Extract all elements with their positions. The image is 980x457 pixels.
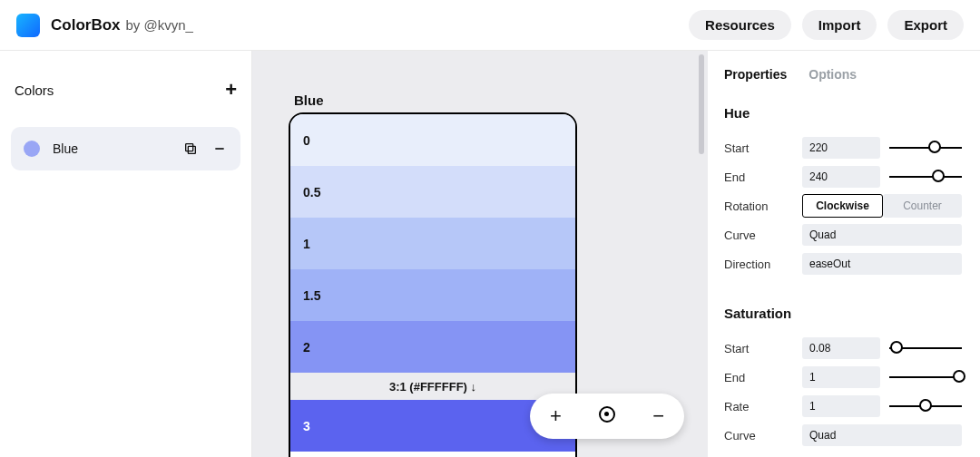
hue-curve-select[interactable]: Quad <box>802 224 962 246</box>
palette-step[interactable]: 2 <box>290 321 575 373</box>
tab-properties[interactable]: Properties <box>724 67 787 82</box>
sat-start-slider[interactable] <box>889 337 962 359</box>
import-button[interactable]: Import <box>802 10 877 40</box>
palette-step[interactable]: 1 <box>290 218 575 269</box>
app-author: by @kvyn_ <box>126 17 193 33</box>
sat-curve-select[interactable]: Quad <box>802 424 962 446</box>
sat-end-label: End <box>724 371 802 384</box>
remove-icon[interactable] <box>211 141 228 157</box>
add-color-button[interactable]: + <box>225 80 237 100</box>
hue-start-label: Start <box>724 141 802 155</box>
hue-end-input[interactable]: 240 <box>802 166 880 188</box>
hue-rotation-label: Rotation <box>724 199 802 213</box>
rotation-cw-button[interactable]: Clockwise <box>802 194 883 218</box>
app-header: ColorBox by @kvyn_ Resources Import Expo… <box>0 0 980 51</box>
resources-button[interactable]: Resources <box>689 10 791 40</box>
palette-step[interactable]: 0 <box>290 114 575 166</box>
hue-direction-select[interactable]: easeOut <box>802 253 962 275</box>
sat-end-input[interactable]: 1 <box>802 366 880 388</box>
rotation-ccw-button[interactable]: Counter <box>883 194 962 218</box>
contrast-divider: 3:1 (#FFFFFF) ↓ <box>290 373 575 400</box>
sat-end-slider[interactable] <box>889 366 962 388</box>
sat-start-label: Start <box>724 342 802 355</box>
svg-rect-0 <box>188 146 195 153</box>
sat-section-title: Saturation <box>724 306 962 321</box>
hue-start-input[interactable]: 220 <box>802 137 880 159</box>
zoom-out-button[interactable]: − <box>641 404 677 428</box>
color-item-blue[interactable]: Blue <box>11 127 240 170</box>
tab-options[interactable]: Options <box>808 67 857 82</box>
zoom-in-button[interactable]: + <box>537 404 573 428</box>
hue-end-label: End <box>724 170 802 184</box>
app-logo <box>16 14 40 37</box>
color-item-label: Blue <box>53 141 170 156</box>
sat-curve-label: Curve <box>724 429 802 442</box>
scrollbar[interactable] <box>699 54 704 154</box>
target-icon <box>599 406 615 423</box>
sidebar: Colors + Blue <box>0 51 252 457</box>
palette-step[interactable]: 0.5 <box>290 166 575 218</box>
sat-rate-slider[interactable] <box>889 395 962 417</box>
export-button[interactable]: Export <box>887 10 964 40</box>
color-swatch-icon <box>24 141 40 157</box>
hue-end-slider[interactable] <box>889 166 962 188</box>
sat-start-input[interactable]: 0.08 <box>802 337 880 359</box>
palette-step[interactable]: 1.5 <box>290 269 575 321</box>
zoom-controls: + − <box>530 394 684 439</box>
sat-rate-label: Rate <box>724 400 802 413</box>
sidebar-title: Colors <box>15 83 54 98</box>
hue-start-slider[interactable] <box>889 137 962 159</box>
hue-direction-label: Direction <box>724 258 802 271</box>
zoom-reset-button[interactable] <box>589 404 625 428</box>
hue-section-title: Hue <box>724 105 962 121</box>
properties-panel: Properties Options Hue Start 220 End 240… <box>708 51 980 457</box>
duplicate-icon[interactable] <box>182 141 199 157</box>
app-title: ColorBox <box>51 16 121 34</box>
palette-title: Blue <box>294 92 324 108</box>
hue-curve-label: Curve <box>724 228 802 242</box>
canvas[interactable]: Blue 0 0.5 1 1.5 2 3:1 (#FFFFFF) ↓ 3 + − <box>252 51 708 457</box>
svg-rect-1 <box>186 144 193 151</box>
sat-rate-input[interactable]: 1 <box>802 395 880 417</box>
